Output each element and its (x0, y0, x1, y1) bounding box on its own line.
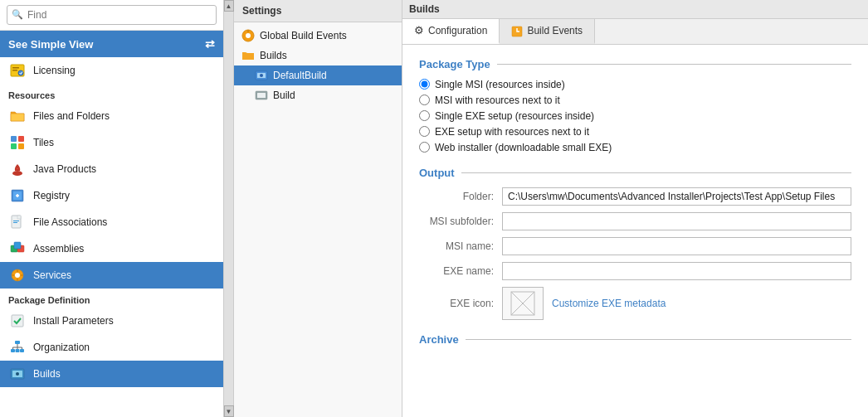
builds-node-icon (241, 48, 256, 63)
files-folders-label: Files and Folders (33, 110, 110, 122)
exe-icon-label: EXE icon: (419, 298, 502, 309)
sidebar-item-install-parameters[interactable]: Install Parameters (0, 308, 223, 334)
tree-item-global-build-events[interactable]: Global Build Events (234, 26, 402, 46)
svg-point-33 (246, 33, 251, 38)
build-events-tab-icon (511, 24, 523, 37)
file-associations-icon (8, 213, 27, 231)
default-build-label: DefaultBuild (273, 70, 327, 81)
svg-point-8 (12, 171, 22, 176)
tree-item-builds[interactable]: Builds (234, 46, 402, 65)
files-folders-icon (8, 107, 27, 125)
package-type-section-title: Package Type (419, 58, 851, 70)
radio-msi-next-input[interactable] (419, 95, 430, 105)
msi-name-row: MSI name: (419, 237, 851, 255)
folder-input[interactable] (502, 187, 851, 206)
resources-header: Resources (0, 84, 223, 103)
exe-name-row: EXE name: (419, 262, 851, 280)
sidebar-item-registry[interactable]: Registry (0, 182, 223, 209)
organization-label: Organization (33, 342, 90, 353)
tree-item-build[interactable]: Build (234, 85, 402, 105)
tree-item-default-build[interactable]: DefaultBuild (234, 65, 402, 85)
exe-icon-preview (502, 287, 544, 320)
services-label: Services (33, 269, 71, 281)
global-build-events-icon (241, 28, 256, 43)
build-label: Build (273, 90, 295, 101)
svg-rect-5 (18, 136, 24, 142)
svg-rect-20 (17, 269, 18, 272)
registry-icon (8, 187, 27, 205)
global-build-events-label: Global Build Events (260, 30, 347, 41)
see-simple-view-label: See Simple View (8, 38, 93, 51)
default-build-icon (254, 68, 269, 83)
tab-build-events[interactable]: Build Events (500, 19, 595, 44)
tiles-label: Tiles (33, 137, 54, 148)
package-type-options: Single MSI (resources inside) MSI with r… (419, 79, 851, 153)
msi-subfolder-row: MSI subfolder: (419, 212, 851, 230)
sidebar-item-assemblies[interactable]: Assemblies (0, 235, 223, 262)
sidebar-item-licensing[interactable]: Licensing (0, 57, 223, 84)
radio-single-msi-input[interactable] (419, 79, 430, 90)
right-content: Package Type Single MSI (resources insid… (402, 45, 868, 417)
exe-name-label: EXE name: (419, 265, 502, 277)
builds-label: Builds (33, 368, 61, 380)
exe-name-input[interactable] (502, 262, 851, 280)
build-events-tab-label: Build Events (527, 25, 583, 36)
archive-section: Archive (419, 333, 851, 346)
switch-view-icon: ⇄ (205, 37, 215, 51)
sidebar-item-services[interactable]: Services (0, 262, 223, 289)
svg-rect-22 (12, 274, 14, 276)
sidebar-item-builds[interactable]: Builds (0, 361, 223, 387)
radio-web-installer-input[interactable] (419, 142, 430, 153)
configuration-tab-icon: ⚙ (414, 24, 424, 36)
license-icon (8, 61, 27, 80)
svg-rect-14 (13, 222, 17, 223)
see-simple-view-button[interactable]: See Simple View ⇄ (0, 31, 223, 57)
search-input[interactable] (7, 5, 217, 25)
svg-rect-13 (13, 221, 19, 221)
tiles-icon (8, 133, 27, 152)
services-icon (8, 266, 27, 284)
scroll-down-btn[interactable]: ▼ (224, 405, 234, 417)
radio-single-exe-input[interactable] (419, 110, 430, 121)
exe-icon-row: EXE icon: Customize EXE metadata (419, 287, 851, 320)
assemblies-icon (8, 240, 27, 258)
builds-icon (8, 365, 27, 383)
right-panel: Builds ⚙ Configuration Build Events Pack… (402, 0, 868, 417)
svg-rect-7 (18, 143, 24, 149)
sidebar-item-files-folders[interactable]: Files and Folders (0, 103, 223, 129)
svg-rect-28 (20, 349, 24, 352)
radio-web-installer-label: Web installer (downloadable small EXE) (435, 142, 612, 153)
search-bar: 🔍 (0, 0, 223, 31)
svg-rect-26 (11, 349, 15, 352)
customize-exe-link[interactable]: Customize EXE metadata (552, 298, 666, 309)
msi-subfolder-input[interactable] (502, 212, 851, 230)
scroll-up-btn[interactable]: ▲ (224, 0, 234, 12)
builds-node-label: Builds (260, 50, 287, 61)
sidebar-item-java[interactable]: Java Products (0, 156, 223, 182)
middle-tree: Global Build Events Builds (234, 22, 402, 417)
svg-rect-12 (17, 216, 21, 219)
msi-name-input[interactable] (502, 237, 851, 255)
svg-rect-23 (21, 274, 23, 276)
folder-row: Folder: (419, 187, 851, 206)
svg-rect-34 (247, 30, 249, 32)
svg-rect-24 (12, 315, 23, 327)
install-parameters-label: Install Parameters (33, 315, 114, 327)
assemblies-label: Assemblies (33, 243, 84, 255)
organization-icon (8, 338, 27, 356)
folder-label: Folder: (419, 191, 502, 202)
archive-section-title: Archive (419, 333, 851, 346)
radio-exe-next-input[interactable] (419, 126, 430, 137)
sidebar-item-file-associations[interactable]: File Associations (0, 209, 223, 235)
tab-configuration[interactable]: ⚙ Configuration (402, 19, 500, 44)
svg-rect-17 (14, 242, 21, 249)
file-associations-label: File Associations (33, 216, 107, 228)
registry-label: Registry (33, 190, 70, 201)
msi-subfolder-label: MSI subfolder: (419, 216, 502, 227)
sidebar-item-organization[interactable]: Organization (0, 334, 223, 361)
radio-web-installer: Web installer (downloadable small EXE) (419, 142, 851, 153)
svg-rect-27 (16, 349, 20, 352)
sidebar-item-tiles[interactable]: Tiles (0, 129, 223, 156)
radio-single-msi: Single MSI (resources inside) (419, 79, 851, 90)
build-icon (254, 88, 269, 103)
